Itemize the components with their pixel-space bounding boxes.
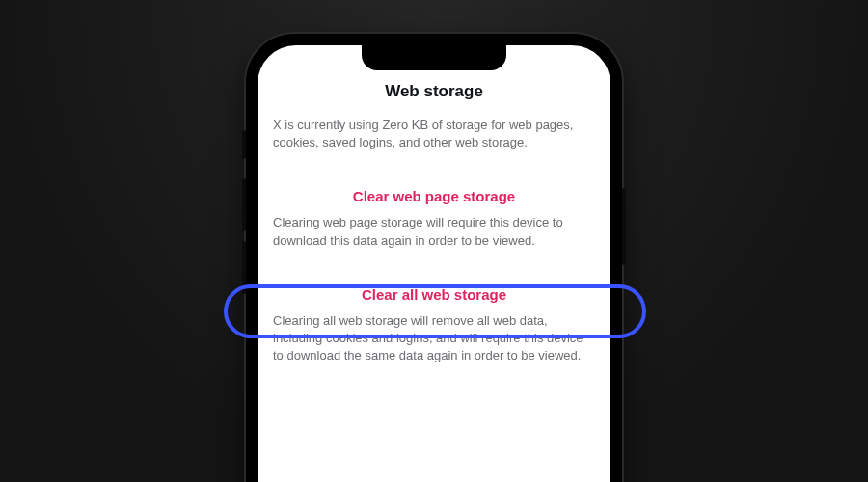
phone-power-button <box>622 188 626 265</box>
phone-volume-up <box>242 178 246 231</box>
page-title: Web storage <box>258 74 610 111</box>
phone-screen: Web storage X is currently using Zero KB… <box>258 45 610 482</box>
phone-device-frame: Web storage X is currently using Zero KB… <box>246 34 622 482</box>
clear-web-page-storage-description: Clearing web page storage will require t… <box>258 212 610 253</box>
clear-web-page-storage-button[interactable]: Clear web page storage <box>258 178 610 212</box>
clear-all-web-storage-description: Clearing all web storage will remove all… <box>258 310 610 369</box>
settings-content: Web storage X is currently using Zero KB… <box>258 45 610 368</box>
storage-usage-text: X is currently using Zero KB of storage … <box>258 111 610 155</box>
phone-volume-down <box>242 241 246 294</box>
clear-page-storage-section: Clear web page storage Clearing web page… <box>258 178 610 253</box>
clear-all-web-storage-button[interactable]: Clear all web storage <box>258 277 610 310</box>
clear-all-storage-section: Clear all web storage Clearing all web s… <box>258 277 610 369</box>
phone-mute-switch <box>242 130 246 159</box>
phone-notch <box>362 45 506 70</box>
